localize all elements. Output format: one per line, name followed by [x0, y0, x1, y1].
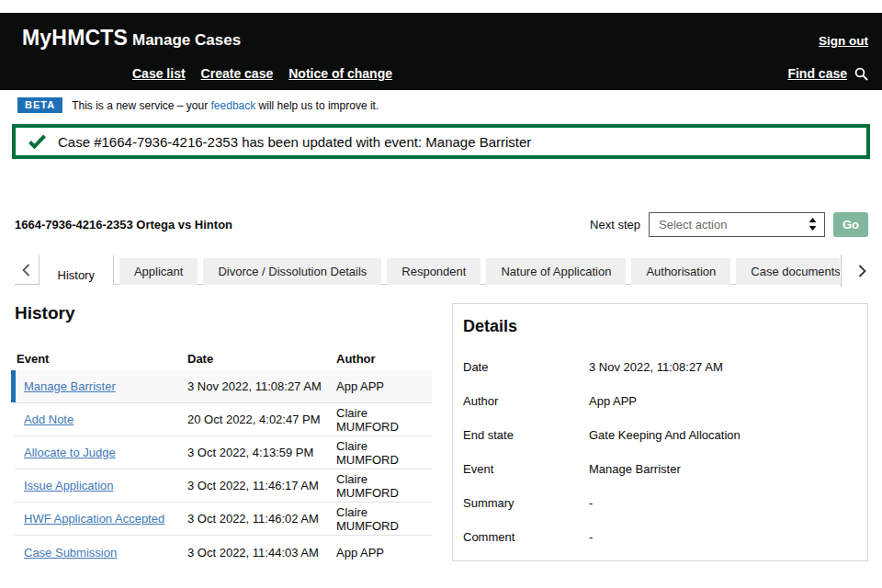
- nav-notice-of-change[interactable]: Notice of change: [288, 66, 392, 81]
- next-step-select[interactable]: Select action: [649, 212, 825, 237]
- tab-nature-of-application[interactable]: Nature of Application: [486, 258, 626, 285]
- success-banner: Case #1664-7936-4216-2353 has been updat…: [12, 124, 870, 159]
- nav-case-list[interactable]: Case list: [132, 66, 186, 81]
- detail-value: -: [589, 530, 593, 544]
- table-row[interactable]: Manage Barrister 3 Nov 2022, 11:08:27 AM…: [15, 370, 432, 403]
- event-link[interactable]: Allocate to Judge: [24, 446, 116, 459]
- phase-banner: BETA This is a new service – your feedba…: [0, 90, 882, 119]
- detail-label: Author: [463, 394, 589, 408]
- select-spinner-icon: [808, 218, 817, 231]
- chevron-left-icon: [22, 264, 30, 277]
- case-title: 1664-7936-4216-2353 Ortega vs Hinton: [15, 218, 232, 232]
- event-author: Claire MUMFORD: [336, 505, 432, 533]
- col-header-date: Date: [187, 352, 336, 366]
- main-content: History Event Date Author Manage Barrist…: [0, 303, 882, 569]
- event-author: Claire MUMFORD: [336, 406, 432, 434]
- detail-label: Date: [463, 360, 589, 374]
- table-row[interactable]: Allocate to Judge 3 Oct 2022, 4:13:59 PM…: [15, 436, 432, 469]
- event-date: 3 Oct 2022, 11:44:03 AM: [187, 546, 336, 560]
- detail-label: Summary: [463, 496, 589, 510]
- history-panel: History Event Date Author Manage Barrist…: [15, 303, 432, 569]
- event-link[interactable]: Add Note: [24, 413, 74, 426]
- detail-field-end-state: End state Gate Keeping And Allocation: [463, 428, 853, 442]
- event-date: 3 Oct 2022, 11:46:02 AM: [187, 512, 336, 526]
- event-link[interactable]: Manage Barrister: [24, 379, 116, 393]
- tab-strip: History Applicant Divorce / Dissolution …: [15, 254, 882, 285]
- product-logo: MyHMCTS: [22, 26, 132, 51]
- find-case-link[interactable]: Find case: [787, 66, 847, 81]
- feedback-link[interactable]: feedback: [211, 99, 256, 112]
- detail-label: Event: [463, 462, 589, 476]
- table-row[interactable]: Issue Application 3 Oct 2022, 11:46:17 A…: [15, 469, 432, 503]
- history-heading: History: [15, 303, 432, 323]
- event-link[interactable]: Case Submission: [24, 546, 117, 560]
- table-row[interactable]: Add Note 20 Oct 2022, 4:02:47 PM Claire …: [15, 403, 432, 436]
- phase-text-before: This is a new service – your: [72, 99, 210, 112]
- event-date: 3 Oct 2022, 11:46:17 AM: [187, 479, 336, 492]
- detail-value: Manage Barrister: [589, 462, 681, 476]
- primary-nav: Case list Create case Notice of change: [132, 66, 392, 81]
- beta-badge: BETA: [17, 97, 62, 113]
- app-header: MyHMCTS Manage Cases Sign out Case list …: [0, 13, 882, 90]
- check-icon: [28, 134, 46, 149]
- event-author: App APP: [336, 379, 432, 393]
- detail-value: 3 Nov 2022, 11:08:27 AM: [589, 360, 723, 374]
- success-message: Case #1664-7936-4216-2353 has been updat…: [58, 134, 531, 150]
- tab-authorisation[interactable]: Authorisation: [631, 258, 730, 285]
- details-panel: Details Date 3 Nov 2022, 11:08:27 AM Aut…: [452, 303, 868, 561]
- service-name: Manage Cases: [132, 31, 241, 50]
- table-row[interactable]: HWF Application Accepted 3 Oct 2022, 11:…: [15, 503, 432, 536]
- chevron-right-icon: [858, 265, 866, 277]
- event-link[interactable]: HWF Application Accepted: [24, 512, 164, 526]
- event-author: Claire MUMFORD: [336, 472, 432, 500]
- tabs-scroll-left-button[interactable]: [15, 254, 39, 285]
- history-table: Event Date Author Manage Barrister 3 Nov…: [15, 347, 432, 569]
- col-header-event: Event: [15, 352, 187, 366]
- event-date: 3 Nov 2022, 11:08:27 AM: [187, 379, 336, 393]
- details-heading: Details: [463, 317, 853, 336]
- detail-field-author: Author App APP: [463, 394, 853, 408]
- tab-divorce-dissolution-details[interactable]: Divorce / Dissolution Details: [203, 258, 381, 285]
- tabs-scroll-right-button[interactable]: [841, 254, 882, 287]
- details-fields: Date 3 Nov 2022, 11:08:27 AM Author App …: [463, 360, 853, 544]
- detail-field-event: Event Manage Barrister: [463, 462, 853, 476]
- detail-field-summary: Summary -: [463, 496, 853, 510]
- nav-create-case[interactable]: Create case: [201, 66, 274, 81]
- phase-banner-text: This is a new service – your feedback wi…: [72, 99, 379, 112]
- next-step-select-value: Select action: [659, 218, 808, 232]
- detail-label: End state: [463, 428, 589, 442]
- sign-out-link[interactable]: Sign out: [819, 34, 868, 48]
- table-row[interactable]: Case Submission 3 Oct 2022, 11:44:03 AM …: [15, 536, 432, 569]
- next-step-label: Next step: [590, 218, 640, 232]
- tab-history[interactable]: History: [39, 255, 114, 285]
- event-date: 20 Oct 2022, 4:02:47 PM: [187, 413, 336, 426]
- tab-applicant[interactable]: Applicant: [119, 258, 198, 285]
- search-icon[interactable]: [854, 67, 868, 81]
- detail-value: App APP: [589, 394, 637, 408]
- event-link[interactable]: Issue Application: [24, 479, 114, 492]
- detail-value: Gate Keeping And Allocation: [589, 428, 741, 442]
- history-table-header: Event Date Author: [15, 347, 432, 370]
- go-button[interactable]: Go: [833, 212, 868, 237]
- tab-respondent[interactable]: Respondent: [387, 258, 481, 285]
- detail-field-date: Date 3 Nov 2022, 11:08:27 AM: [463, 360, 853, 374]
- detail-label: Comment: [463, 530, 589, 544]
- event-author: App APP: [336, 546, 432, 560]
- case-header-bar: 1664-7936-4216-2353 Ortega vs Hinton Nex…: [0, 211, 882, 237]
- detail-field-comment: Comment -: [463, 530, 853, 544]
- tab-list: History Applicant Divorce / Dissolution …: [39, 255, 841, 285]
- col-header-author: Author: [336, 352, 432, 366]
- detail-value: -: [589, 496, 593, 510]
- tab-case-documents[interactable]: Case documents: [736, 258, 840, 285]
- event-author: Claire MUMFORD: [336, 439, 432, 467]
- event-date: 3 Oct 2022, 4:13:59 PM: [187, 446, 336, 459]
- phase-text-after: will help us to improve it.: [255, 99, 379, 112]
